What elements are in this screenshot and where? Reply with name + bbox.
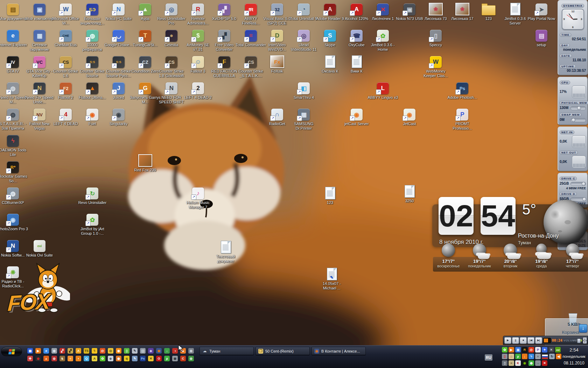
tray-task-scheduler[interactable]: ↻ <box>549 354 555 359</box>
quicklaunch-internet-explorer[interactable]: e <box>43 348 49 354</box>
quicklaunch-image-editor[interactable]: ✎ <box>132 348 138 354</box>
quicklaunch-orange-eye[interactable]: ◉ <box>116 356 121 361</box>
quicklaunch-ccleaner[interactable]: C <box>180 356 186 361</box>
quicklaunch-opera[interactable]: O <box>156 356 162 361</box>
player-updown-arrows[interactable]: ▲▼ <box>583 338 587 343</box>
desktop-icon[interactable]: Red Fox 239 <box>130 153 161 172</box>
quicklaunch-mail-agent[interactable]: @ <box>100 348 105 354</box>
quicklaunch-quicktime[interactable]: Q <box>84 356 89 361</box>
desktop-icon[interactable]: CHECheMax Rus <box>50 28 81 47</box>
desktop-icon[interactable]: ◡Google Плане... <box>103 28 134 47</box>
taskbar-button-firefox[interactable]: ◉В Контакте | Алексе... <box>312 347 366 355</box>
desktop-icon[interactable]: LABBYY Lingvo x3 <box>368 80 398 100</box>
desktop-icon[interactable]: ∩RadioGet <box>262 107 293 126</box>
desktop-icon[interactable]: R*Rockstar Games So... <box>0 159 28 183</box>
quicklaunch-video-321[interactable]: ▞ <box>68 348 73 354</box>
quicklaunch-utorrent[interactable]: µ <box>164 356 170 361</box>
desktop-icon[interactable]: WMicrosoft Office W... <box>50 1 81 26</box>
desktop-icon[interactable]: PsAdobe Photosh... <box>447 80 478 100</box>
desktop-icon[interactable]: ✿JimBot 0.3.6 - Home <box>368 28 398 52</box>
desktop-icon[interactable]: ◎Revo Uninstaller Pro <box>156 1 187 26</box>
desktop-icon[interactable]: ▯Speccy <box>420 28 451 47</box>
quicklaunch-acdsee[interactable]: A <box>92 356 97 361</box>
tray-utorrent-tray[interactable]: µ <box>515 354 521 359</box>
desktop-icon[interactable]: ◉Singularity <box>103 107 134 126</box>
player-play-button[interactable]: ▶ <box>504 337 511 344</box>
desktop-icon[interactable]: F2Flatout 2 <box>50 80 81 100</box>
quicklaunch-vinyl-record[interactable]: ◉ <box>35 356 41 361</box>
tray-security-alert[interactable]: ✕ <box>542 360 547 366</box>
desktop-icon[interactable]: 4LEFT 4 DEAD <box>50 107 81 126</box>
quicklaunch-icq[interactable]: ✿ <box>100 356 105 361</box>
player-pause-button[interactable]: || <box>512 337 519 344</box>
quicklaunch-grey-disc[interactable]: ◍ <box>188 348 194 354</box>
quicklaunch-aimp[interactable]: A <box>76 348 81 354</box>
tray-download-tray[interactable]: ↓ <box>522 354 527 359</box>
desktop-icon[interactable]: ▦SAMSUNG Dr.Printer <box>288 107 319 131</box>
player-volume-slider[interactable] <box>579 339 582 342</box>
quicklaunch-firefox[interactable]: ◉ <box>156 348 162 354</box>
tray-ovi[interactable]: ovi <box>555 347 561 353</box>
quicklaunch-repair-tool[interactable]: ✚ <box>27 356 33 361</box>
desktop-icon[interactable]: 3250 <box>394 184 425 203</box>
player-stop-button[interactable]: ■ <box>520 337 527 344</box>
tray-rockstar[interactable]: R <box>522 347 527 353</box>
tray-home[interactable]: ⌂ <box>509 354 514 359</box>
tray-kaspersky[interactable]: K <box>515 360 521 366</box>
tray-remote-monitors[interactable]: ▣ <box>515 347 521 353</box>
tray-daemon-tools[interactable]: ϟ <box>528 354 534 359</box>
tray-nvidia[interactable]: ◉ <box>522 360 527 366</box>
tray-task-list[interactable]: ≡ <box>509 360 514 366</box>
desktop-icon[interactable]: 32Visual Basic 5.0 (SP2) CCE <box>262 1 293 26</box>
desktop-icon[interactable]: JJuiced <box>103 80 134 100</box>
taskbar-button-folder[interactable]: ❐50 Cent-(Remix) <box>255 347 310 355</box>
desktop-icon[interactable]: S:SCounter-Strike Source Русс... <box>103 54 134 78</box>
desktop-icon[interactable]: ✿JimBot by jArt Group 1.0 -... <box>77 212 108 236</box>
tray-outpost[interactable]: @ <box>528 347 534 353</box>
tray-player-orange[interactable]: ▶ <box>509 347 514 353</box>
quicklaunch-search-tool[interactable]: ◎ <box>108 348 113 354</box>
desktop-icon[interactable]: ϟDAEMON Tools Lite <box>0 133 28 157</box>
quicklaunch-media-player-orange[interactable]: ▶ <box>35 348 41 354</box>
quicklaunch-burn-disc[interactable]: ◍ <box>51 348 57 354</box>
tray-phone-sync[interactable]: ▯ <box>502 354 507 359</box>
tray-close-x[interactable]: ✕ <box>548 347 554 353</box>
quicklaunch-doc-viewer[interactable]: ◫ <box>140 348 146 354</box>
desktop-icon[interactable]: FxFoXsik <box>262 54 293 74</box>
quicklaunch-download-manager[interactable]: ↓ <box>164 348 170 354</box>
desktop-icon[interactable]: ✕Лисёночек 1 <box>368 1 398 21</box>
desktop-icon[interactable]: ✎14.05x07 - Michael ... <box>316 266 347 291</box>
quicklaunch-qip[interactable]: q <box>124 356 130 361</box>
desktop-icon[interactable]: DInterVideo WinDVD... <box>262 28 293 52</box>
tray-usb-device[interactable]: → <box>535 360 541 366</box>
desktop-icon[interactable]: ↻Revo Uninstaller <box>77 185 108 205</box>
desktop-icon[interactable]: ●Celestia <box>156 28 187 47</box>
quicklaunch-winamp[interactable]: ϟ <box>92 348 97 354</box>
desktop-icon[interactable]: Текстовый документ <box>210 239 241 264</box>
desktop-icon[interactable]: CSCounter Strike 1.8 Goiceasoft <box>156 54 187 78</box>
desktop-icon[interactable]: ◉PhotoZoom Pro 3 <box>0 212 28 231</box>
desktop-icon[interactable]: CSCounter-Strike 1.6 <box>50 54 81 78</box>
tray-device-tray[interactable]: ▯ <box>502 360 507 366</box>
desktop-icon[interactable]: 2LEFT 4 DEAD 2 <box>183 80 214 100</box>
desktop-icon[interactable]: ▞XviD4PSP 5.0 <box>209 1 240 21</box>
quicklaunch-display-properties[interactable]: ▤ <box>27 348 33 354</box>
quicklaunch-diamond-app[interactable]: ◆ <box>108 356 113 361</box>
player-previous-button[interactable]: |◀ <box>527 337 534 344</box>
language-indicator[interactable]: RU <box>485 354 492 361</box>
desktop-icon[interactable]: ▤setup <box>526 28 557 47</box>
desktop-icon[interactable]: PPROMT Professio... <box>447 107 478 131</box>
desktop-icon[interactable]: SSkype <box>315 28 345 47</box>
quicklaunch-phone-suite[interactable]: ▯ <box>124 348 130 354</box>
desktop-icon[interactable]: ➤Play Portal Now <box>526 1 557 21</box>
quicklaunch-globe-green[interactable]: ◍ <box>188 356 194 361</box>
quicklaunch-nero-flame[interactable]: ▲ <box>43 356 49 361</box>
desktop-icon[interactable]: FRED FACTION GUERRILLA <box>209 54 240 78</box>
download-arrow-button[interactable]: ↓ <box>579 324 587 333</box>
desktop-icon[interactable]: ❀Лисонька 73 <box>420 1 451 21</box>
desktop-icon[interactable]: ♪Helium Music Manager 7 <box>183 185 214 210</box>
desktop-icon[interactable]: WWebMoney Keeper Clas... <box>420 54 451 78</box>
quicklaunch-kmplayer[interactable]: ◉ <box>116 348 121 354</box>
desktop-icon[interactable]: Вики К <box>341 54 372 74</box>
quicklaunch-dvd-player[interactable]: ◍ <box>51 356 57 361</box>
